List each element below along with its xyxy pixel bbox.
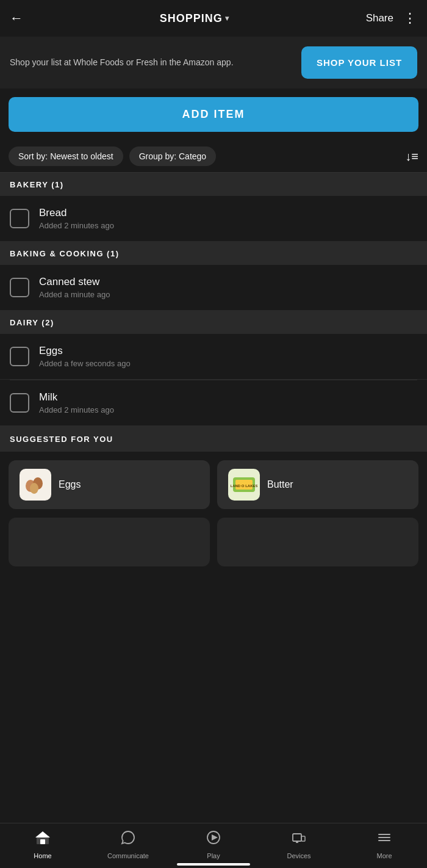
chevron-down-icon: ▾	[225, 14, 229, 23]
bread-name: Bread	[39, 207, 417, 219]
home-label: Home	[34, 852, 51, 859]
suggested-header: SUGGESTED FOR YOU	[0, 426, 427, 452]
dairy-category-header: DAIRY (2)	[0, 311, 427, 334]
title-text: SHOPPING	[160, 12, 223, 25]
shop-your-list-button[interactable]: SHOP YOUR LIST	[301, 46, 417, 79]
suggested-eggs-name: Eggs	[59, 479, 81, 490]
group-button[interactable]: Group by: Catego	[129, 146, 217, 166]
nav-item-more[interactable]: More	[342, 823, 427, 868]
milk-info: Milk Added 2 minutes ago	[39, 391, 417, 414]
add-item-button[interactable]: ADD ITEM	[9, 97, 418, 132]
more-icon	[376, 830, 392, 849]
header-right: Share ⋮	[366, 10, 417, 26]
butter-thumbnail: LAND O LAKES	[228, 469, 260, 501]
nav-item-devices[interactable]: Devices	[256, 823, 342, 868]
shop-banner: Shop your list at Whole Foods or Fresh i…	[0, 37, 427, 89]
dairy-label: DAIRY (2)	[10, 318, 54, 327]
canned-stew-info: Canned stew Added a minute ago	[39, 276, 417, 299]
header-title[interactable]: SHOPPING ▾	[160, 12, 229, 25]
share-button[interactable]: Share	[366, 12, 393, 24]
canned-stew-time: Added a minute ago	[39, 290, 417, 299]
bakery-label: BAKERY (1)	[10, 180, 64, 189]
baking-category-header: BAKING & COOKING (1)	[0, 242, 427, 265]
eggs-time: Added a few seconds ago	[39, 359, 417, 368]
more-label: More	[376, 852, 392, 859]
milk-name: Milk	[39, 391, 417, 403]
more-options-button[interactable]: ⋮	[403, 10, 417, 26]
sort-order-icon[interactable]: ↓≡	[405, 150, 418, 164]
svg-rect-11	[293, 834, 301, 841]
list-item: Canned stew Added a minute ago	[0, 265, 427, 311]
communicate-icon	[120, 830, 136, 849]
devices-label: Devices	[287, 852, 310, 859]
list-item: Eggs Added a few seconds ago	[0, 334, 427, 380]
sort-group-bar: Sort by: Newest to oldest Group by: Cate…	[0, 140, 427, 173]
eggs-info: Eggs Added a few seconds ago	[39, 345, 417, 368]
bread-time: Added 2 minutes ago	[39, 221, 417, 230]
home-icon	[35, 830, 51, 849]
canned-stew-name: Canned stew	[39, 276, 417, 288]
svg-point-2	[30, 483, 38, 494]
svg-text:LAND O LAKES: LAND O LAKES	[231, 484, 257, 488]
suggested-butter-name: Butter	[267, 479, 293, 490]
suggested-partial-card-1	[9, 518, 210, 566]
svg-marker-10	[212, 834, 218, 841]
suggested-butter-card[interactable]: LAND O LAKES Butter	[217, 460, 418, 509]
sort-button[interactable]: Sort by: Newest to oldest	[9, 146, 123, 166]
bread-info: Bread Added 2 minutes ago	[39, 207, 417, 230]
svg-rect-8	[40, 839, 45, 844]
eggs-name: Eggs	[39, 345, 417, 357]
devices-icon	[291, 830, 307, 849]
play-icon	[206, 830, 221, 849]
bakery-category-header: BAKERY (1)	[0, 173, 427, 196]
nav-item-communicate[interactable]: Communicate	[85, 823, 171, 868]
nav-item-play[interactable]: Play	[171, 823, 256, 868]
milk-time: Added 2 minutes ago	[39, 405, 417, 414]
nav-item-home[interactable]: Home	[0, 823, 85, 868]
canned-stew-checkbox[interactable]	[10, 278, 29, 297]
eggs-checkbox[interactable]	[10, 347, 29, 366]
suggested-partial-card-2	[217, 518, 418, 566]
play-label: Play	[207, 852, 220, 859]
bread-checkbox[interactable]	[10, 209, 29, 228]
baking-label: BAKING & COOKING (1)	[10, 249, 120, 258]
suggested-label: SUGGESTED FOR YOU	[10, 435, 113, 444]
svg-marker-7	[35, 831, 50, 837]
shop-banner-text: Shop your list at Whole Foods or Fresh i…	[10, 57, 292, 69]
add-item-section: ADD ITEM	[0, 89, 427, 140]
communicate-label: Communicate	[107, 852, 149, 859]
header: ← SHOPPING ▾ Share ⋮	[0, 0, 427, 37]
milk-checkbox[interactable]	[10, 393, 29, 413]
suggested-eggs-card[interactable]: Eggs	[9, 460, 210, 509]
bottom-nav: Home Communicate Play Devi	[0, 823, 427, 868]
back-button[interactable]: ←	[10, 10, 23, 26]
list-item: Bread Added 2 minutes ago	[0, 196, 427, 242]
eggs-thumbnail	[20, 469, 51, 501]
list-item: Milk Added 2 minutes ago	[0, 380, 427, 426]
suggested-grid: Eggs LAND O LAKES Butter	[0, 452, 427, 518]
